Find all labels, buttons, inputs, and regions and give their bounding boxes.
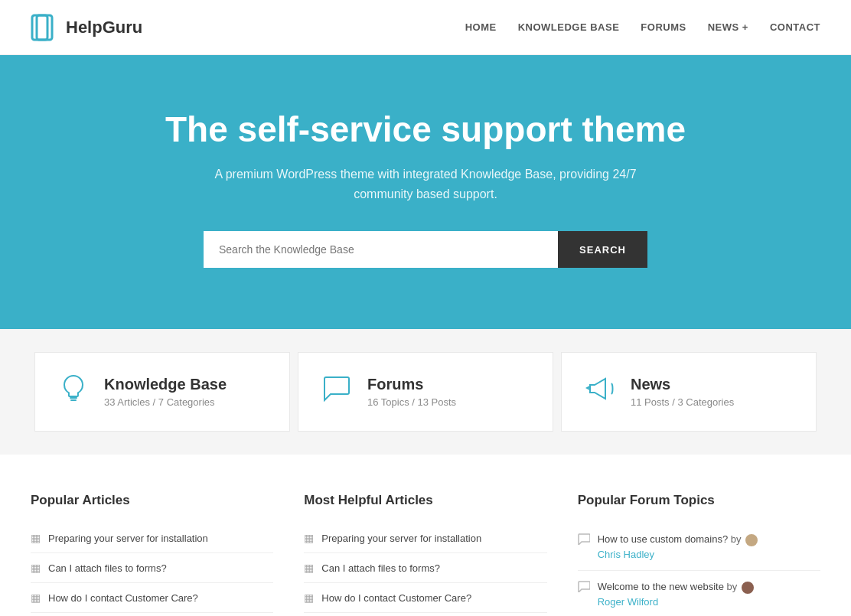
chat-icon (578, 533, 590, 547)
document-icon: ▦ (31, 532, 41, 544)
list-item: Welcome to the new website by Roger Wilf… (578, 571, 820, 616)
topic-text[interactable]: How to use custom domains? (598, 533, 729, 545)
hero-section: The self-service support theme A premium… (0, 55, 851, 329)
megaphone-icon (585, 376, 615, 408)
hero-subtitle: A premium WordPress theme with integrate… (196, 165, 655, 204)
article-link[interactable]: Can I attach files to forms? (48, 562, 167, 574)
list-item[interactable]: ▦ Can I attach files to forms? (304, 553, 546, 583)
logo[interactable]: HelpGuru (31, 14, 142, 41)
avatar (745, 534, 758, 546)
nav-item-knowledge-base[interactable]: KNOWLEDGE BASE (518, 21, 620, 33)
popular-articles-list: ▦ Preparing your server for installation… (31, 523, 273, 616)
helpful-articles-heading: Most Helpful Articles (304, 493, 546, 508)
stat-info-kb: Knowledge Base 33 Articles / 7 Categorie… (104, 376, 227, 408)
nav-item-news[interactable]: NEWS + (708, 21, 748, 33)
stat-card-news[interactable]: News 11 Posts / 3 Categories (561, 352, 817, 432)
nav-item-contact[interactable]: CONTACT (770, 21, 820, 33)
forum-topic-content: Welcome to the new website by Roger Wilf… (598, 579, 754, 609)
popular-articles-col: Popular Articles ▦ Preparing your server… (31, 493, 273, 616)
chat-icon (321, 376, 352, 408)
search-input[interactable] (204, 231, 558, 268)
header: HelpGuru HOMEKNOWLEDGE BASEFORUMSNEWS +C… (0, 0, 851, 55)
forum-topics-heading: Popular Forum Topics (578, 493, 820, 508)
by-text: by (731, 533, 758, 545)
stat-detail-kb: 33 Articles / 7 Categories (104, 396, 227, 408)
logo-text: HelpGuru (66, 18, 142, 37)
article-link[interactable]: How do I contact Customer Care? (321, 592, 471, 604)
svg-rect-0 (32, 15, 52, 40)
nav-item-forums[interactable]: FORUMS (641, 21, 686, 33)
main-nav: HOMEKNOWLEDGE BASEFORUMSNEWS +CONTACT (465, 21, 820, 33)
forum-topics-col: Popular Forum Topics How to use custom d… (578, 493, 820, 616)
list-item[interactable]: ▦ How to enable labs features (304, 613, 546, 616)
chat-icon (578, 581, 590, 595)
forum-topic-content: How to use custom domains? by Chris Hadl… (598, 532, 758, 562)
topic-text[interactable]: Welcome to the new website (598, 581, 724, 592)
forum-topics-list: How to use custom domains? by Chris Hadl… (578, 523, 820, 616)
stat-detail-news: 11 Posts / 3 Categories (631, 396, 734, 408)
list-item: How to use custom domains? by Chris Hadl… (578, 523, 820, 571)
content-section: Popular Articles ▦ Preparing your server… (0, 455, 851, 616)
list-item[interactable]: ▦ Preparing your server for installation (31, 523, 273, 553)
stat-title-news: News (631, 376, 734, 393)
by-text: by (727, 581, 754, 592)
list-item[interactable]: ▦ How do I contact Customer Care? (31, 583, 273, 613)
stat-info-forums: Forums 16 Topics / 13 Posts (367, 376, 456, 408)
stat-card-kb[interactable]: Knowledge Base 33 Articles / 7 Categorie… (34, 352, 290, 432)
avatar (742, 582, 754, 594)
svg-rect-2 (70, 397, 77, 399)
popular-articles-heading: Popular Articles (31, 493, 273, 508)
author-link[interactable]: Roger Wilford (598, 596, 658, 608)
search-button[interactable]: SEARCH (558, 231, 647, 268)
stat-title-forums: Forums (367, 376, 456, 393)
list-item[interactable]: ▦ Can I attach files to forms? (31, 553, 273, 583)
list-item[interactable]: ▦ Preparing your server for installation (304, 523, 546, 553)
logo-icon (31, 14, 58, 41)
article-link[interactable]: Can I attach files to forms? (321, 562, 440, 574)
helpful-articles-col: Most Helpful Articles ▦ Preparing your s… (304, 493, 546, 616)
document-icon: ▦ (31, 592, 41, 604)
bulb-icon (58, 374, 89, 409)
stat-card-forums[interactable]: Forums 16 Topics / 13 Posts (298, 352, 553, 432)
search-bar: SEARCH (204, 231, 647, 268)
stat-title-kb: Knowledge Base (104, 376, 227, 393)
list-item[interactable]: ▦ How do I contact Customer Care? (304, 583, 546, 613)
list-item[interactable]: ▦ Why Was My Developer Application Rejec… (31, 613, 273, 616)
helpful-articles-list: ▦ Preparing your server for installation… (304, 523, 546, 616)
article-link[interactable]: Preparing your server for installation (321, 533, 481, 544)
stat-detail-forums: 16 Topics / 13 Posts (367, 396, 456, 408)
document-icon: ▦ (304, 592, 314, 604)
svg-rect-3 (70, 399, 77, 401)
document-icon: ▦ (304, 532, 314, 544)
article-link[interactable]: Preparing your server for installation (48, 533, 208, 544)
document-icon: ▦ (304, 562, 314, 574)
author-link[interactable]: Chris Hadley (598, 549, 654, 560)
article-link[interactable]: How do I contact Customer Care? (48, 592, 198, 604)
hero-title: The self-service support theme (31, 109, 820, 151)
nav-item-home[interactable]: HOME (465, 21, 497, 33)
stats-section: Knowledge Base 33 Articles / 7 Categorie… (0, 329, 851, 455)
document-icon: ▦ (31, 562, 41, 574)
svg-rect-1 (37, 15, 47, 40)
stat-info-news: News 11 Posts / 3 Categories (631, 376, 734, 408)
